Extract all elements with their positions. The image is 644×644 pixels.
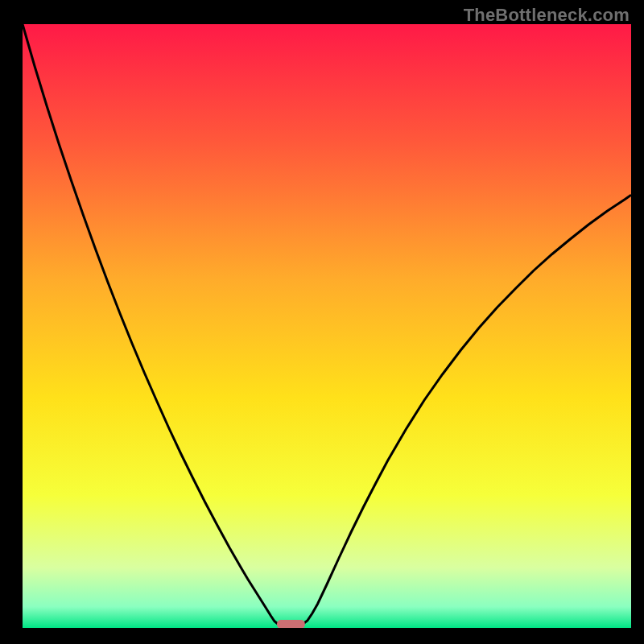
bottleneck-curve-chart xyxy=(23,24,631,628)
plot-area xyxy=(23,24,631,628)
watermark-text: TheBottleneck.com xyxy=(464,5,630,26)
optimal-range-bar xyxy=(277,620,305,628)
gradient-background xyxy=(23,24,631,628)
chart-frame: TheBottleneck.com xyxy=(0,0,644,644)
